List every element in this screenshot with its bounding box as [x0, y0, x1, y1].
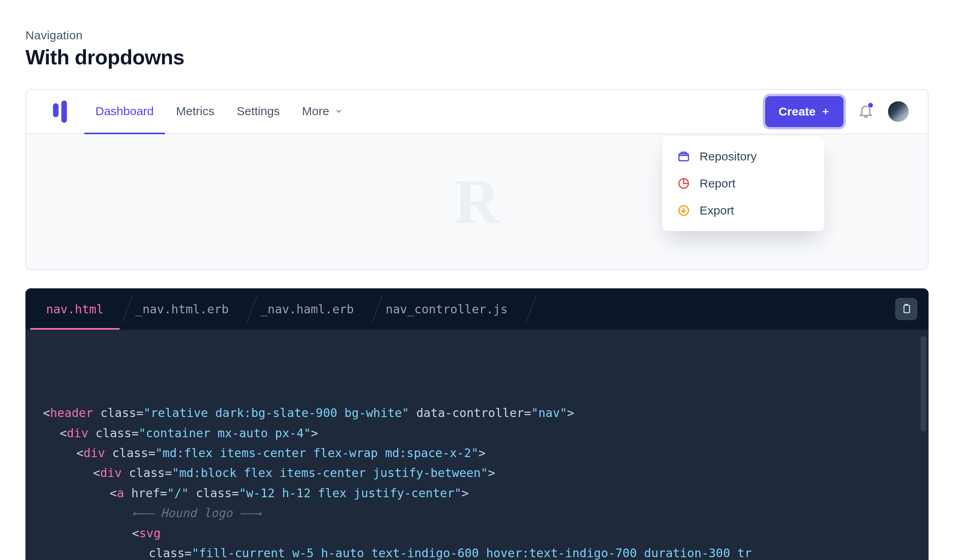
code-line: <svg: [43, 523, 929, 543]
preview-card: Dashboard Metrics Settings More Create: [25, 89, 929, 270]
section-title: With dropdowns: [25, 45, 929, 69]
pie-chart-icon: [677, 176, 691, 191]
code-tab-nav-haml[interactable]: _nav.haml.erb: [244, 288, 370, 330]
navbar: Dashboard Metrics Settings More Create: [26, 90, 928, 134]
create-button-label: Create: [779, 105, 816, 118]
svg-rect-0: [53, 103, 58, 117]
nav-item-metrics[interactable]: Metrics: [165, 90, 226, 134]
dropdown-item-repository[interactable]: Repository: [662, 143, 824, 170]
code-tab-nav-controller[interactable]: nav_controller.js: [370, 288, 524, 330]
create-dropdown: Repository Report Export: [662, 136, 824, 231]
avatar[interactable]: [888, 101, 909, 122]
chevron-down-icon: [335, 104, 343, 118]
dropdown-item-label: Repository: [700, 150, 756, 163]
code-tab-nav-html[interactable]: nav.html: [30, 288, 120, 330]
code-tabs: nav.html _nav.html.erb _nav.haml.erb nav…: [25, 288, 929, 330]
code-line: <div class="md:block flex items-center j…: [43, 463, 929, 483]
nav-item-label: Metrics: [176, 104, 215, 118]
nav-item-settings[interactable]: Settings: [225, 90, 291, 134]
notifications-button[interactable]: [858, 103, 874, 120]
section-eyebrow: Navigation: [25, 29, 929, 42]
nav-item-more[interactable]: More: [291, 90, 354, 134]
nav-items: Dashboard Metrics Settings More: [84, 90, 354, 133]
code-tab-label: nav.html: [46, 302, 104, 316]
plus-icon: [821, 107, 830, 116]
code-line: <div class="container mx-auto px-4">: [43, 423, 929, 443]
code-tab-nav-erb[interactable]: _nav.html.erb: [120, 288, 245, 330]
code-line: <div class="md:flex items-center flex-wr…: [43, 443, 929, 463]
code-tab-label: nav_controller.js: [386, 302, 508, 316]
app-logo[interactable]: [51, 100, 71, 123]
code-scrollbar[interactable]: [921, 336, 926, 431]
clipboard-icon: [901, 303, 912, 315]
download-circle-icon: [677, 203, 691, 218]
notification-indicator-dot: [867, 102, 874, 108]
code-line: ←—— Hound logo ——→: [43, 503, 929, 523]
code-line: class="fill-current w-5 h-auto text-indi…: [43, 543, 929, 560]
dropdown-item-label: Report: [700, 177, 735, 190]
svg-rect-1: [61, 100, 67, 123]
code-line: <header class="relative dark:bg-slate-90…: [43, 403, 929, 423]
code-line: <a href="/" class="w-12 h-12 flex justif…: [43, 483, 929, 503]
code-tab-label: _nav.haml.erb: [260, 302, 354, 316]
navbar-right: Create: [765, 96, 909, 127]
dropdown-item-report[interactable]: Report: [662, 170, 824, 197]
nav-item-label: Dashboard: [95, 104, 154, 118]
logo-icon: [51, 100, 70, 123]
svg-rect-7: [904, 305, 909, 313]
box-icon: [677, 149, 691, 164]
code-tab-label: _nav.html.erb: [136, 302, 229, 316]
watermark-letter: R: [454, 165, 500, 239]
nav-item-dashboard[interactable]: Dashboard: [84, 90, 165, 134]
create-button[interactable]: Create: [765, 96, 843, 127]
dropdown-item-export[interactable]: Export: [662, 197, 824, 224]
nav-item-label: More: [302, 104, 329, 118]
copy-code-button[interactable]: [895, 298, 917, 320]
code-panel: nav.html _nav.html.erb _nav.haml.erb nav…: [25, 288, 929, 560]
code-body[interactable]: <header class="relative dark:bg-slate-90…: [25, 330, 929, 560]
dropdown-item-label: Export: [700, 204, 734, 217]
nav-item-label: Settings: [237, 104, 279, 118]
